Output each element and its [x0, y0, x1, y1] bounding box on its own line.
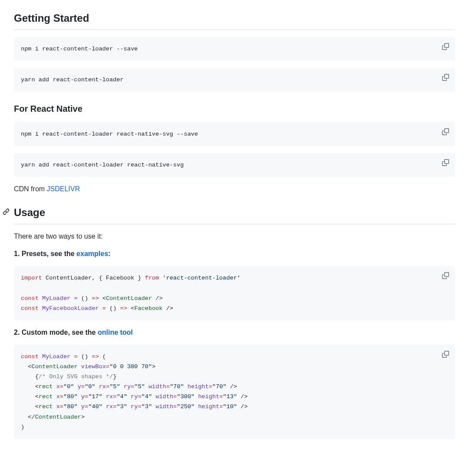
code-yarn-rn: yarn add react-content-loader react-nati… [14, 153, 455, 177]
code-text: import ContentLoader, { Facebook } from … [21, 273, 448, 313]
heading-getting-started: Getting Started [14, 10, 455, 30]
cdn-prefix: CDN from [14, 185, 47, 193]
heading-usage-text: Usage [14, 206, 45, 218]
copy-icon [442, 74, 449, 81]
code-text: npm i react-content-loader react-native-… [21, 129, 448, 139]
copy-button[interactable] [439, 348, 452, 360]
cdn-line: CDN from JSDELIVR [14, 184, 455, 194]
online-tool-link[interactable]: online tool [98, 329, 133, 336]
copy-button[interactable] [439, 270, 452, 282]
heading-usage: Usage [14, 205, 455, 224]
code-custom: const MyLoader = () => ( <ContentLoader … [14, 345, 455, 439]
code-text: const MyLoader = () => ( <ContentLoader … [21, 352, 448, 432]
examples-link[interactable]: examples [76, 250, 108, 257]
heading-for-react-native: For React Native [14, 102, 455, 115]
code-text: yarn add react-content-loader [21, 75, 448, 85]
copy-icon [442, 351, 449, 358]
link-anchor-icon[interactable] [3, 208, 10, 215]
jsdelivr-link[interactable]: JSDELIVR [47, 185, 80, 193]
copy-button[interactable] [439, 156, 452, 169]
copy-icon [442, 43, 449, 50]
code-text: npm i react-content-loader --save [21, 44, 448, 54]
code-presets: import ContentLoader, { Facebook } from … [14, 266, 455, 320]
copy-button[interactable] [439, 126, 452, 138]
code-npm-web: npm i react-content-loader --save [14, 37, 455, 61]
custom-heading: 2. Custom mode, see the online tool [14, 327, 455, 338]
copy-icon [442, 159, 449, 166]
usage-intro: There are two ways to use it: [14, 231, 455, 242]
copy-button[interactable] [439, 71, 452, 83]
presets-heading: 1. Presets, see the examples: [14, 249, 455, 259]
code-text: yarn add react-content-loader react-nati… [21, 160, 448, 170]
copy-icon [442, 272, 449, 279]
copy-button[interactable] [439, 40, 452, 53]
code-yarn-web: yarn add react-content-loader [14, 68, 455, 92]
copy-icon [442, 128, 449, 135]
code-npm-rn: npm i react-content-loader react-native-… [14, 122, 455, 146]
